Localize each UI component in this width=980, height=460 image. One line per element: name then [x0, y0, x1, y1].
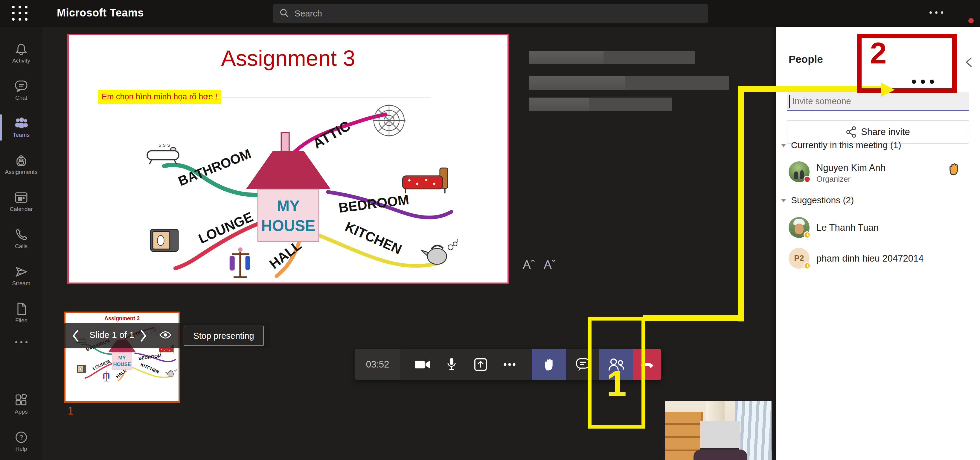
sidebar-item-activity[interactable]: Activity — [0, 35, 43, 72]
participant-row[interactable]: Le Thanh Tuan — [776, 217, 980, 244]
sidebar-item-label: Assignments — [5, 169, 38, 176]
collapse-section-icon — [781, 199, 786, 202]
calendar-icon — [15, 191, 28, 204]
sidebar-item-label: Teams — [13, 132, 30, 138]
camera-button[interactable] — [410, 349, 434, 380]
shared-slide: Assignment 3 Em chọn hình minh họa rõ hơ… — [67, 34, 509, 284]
presence-away-badge — [803, 262, 811, 269]
presence-busy-badge — [967, 17, 975, 24]
section-suggestions[interactable]: Suggestions (2) — [781, 195, 854, 205]
help-icon: ? — [15, 431, 28, 444]
participant-row[interactable]: Nguyen Kim Anh Organizer — [776, 161, 980, 189]
sidebar-item-label: Activity — [12, 58, 30, 64]
apps-icon — [15, 394, 28, 407]
chat-icon — [15, 80, 28, 93]
sidebar-more-icon[interactable] — [0, 332, 43, 353]
text-caret — [789, 95, 790, 109]
previous-slide-button[interactable] — [72, 329, 84, 342]
sidebar-item-label: Apps — [15, 409, 27, 415]
raised-hand-emoji — [948, 162, 960, 177]
notification-placeholder — [529, 51, 695, 64]
stop-presenting-button[interactable]: Stop presenting — [184, 326, 264, 346]
share-screen-icon — [474, 358, 487, 371]
participant-name: Nguyen Kim Anh — [816, 163, 886, 173]
sidebar-item-calls[interactable]: Calls — [0, 220, 43, 257]
participant-name: Le Thanh Tuan — [816, 222, 879, 233]
sidebar-item-teams[interactable]: Teams — [0, 109, 43, 146]
stream-icon — [15, 265, 28, 278]
private-view-icon[interactable] — [159, 331, 172, 340]
annotation-line-vertical — [738, 86, 744, 321]
raise-hand-button[interactable] — [532, 349, 566, 380]
annotation-line-bottom — [643, 315, 744, 321]
collapse-section-icon — [781, 144, 786, 147]
invite-someone-input[interactable] — [787, 92, 969, 111]
thumbnail-index: 1 — [68, 405, 73, 417]
share-screen-button[interactable] — [469, 349, 493, 380]
bell-icon — [15, 43, 28, 56]
presenter-toolbar: Slide 1 of 1 Stop presenting — [64, 323, 270, 348]
slide-nav-label: Slide 1 of 1 — [85, 330, 139, 340]
backpack-icon — [15, 154, 28, 167]
sidebar-item-label: Chat — [15, 94, 27, 101]
search-placeholder: Search — [294, 9, 322, 19]
file-icon — [15, 302, 28, 315]
sidebar-item-chat[interactable]: Chat — [0, 72, 43, 109]
sidebar-item-label: Calendar — [10, 206, 33, 212]
next-slide-button[interactable] — [139, 329, 151, 342]
microphone-button[interactable] — [440, 349, 463, 380]
sidebar-item-apps[interactable]: Apps — [0, 386, 43, 423]
control-group — [400, 349, 532, 380]
annotation-step2-box: 2 — [857, 34, 957, 93]
self-video-tile[interactable] — [665, 401, 772, 460]
more-options-icon[interactable] — [929, 11, 943, 14]
presence-away-badge — [803, 232, 811, 238]
app-sidebar: Activity Chat Teams Assignments Calendar… — [0, 27, 43, 460]
app-title: Microsoft Teams — [57, 6, 144, 19]
microphone-icon — [447, 358, 457, 371]
thumbnail-slide-title: Assignment 3 — [65, 315, 178, 322]
people-more-options-icon[interactable] — [912, 80, 934, 84]
meeting-stage: Assignment 3 Em chọn hình minh họa rõ hơ… — [43, 27, 776, 460]
comment-underline — [209, 97, 431, 97]
sidebar-item-calendar[interactable]: Calendar — [0, 183, 43, 220]
more-actions-icon — [503, 363, 516, 366]
section-header-label: Currently in this meeting (1) — [791, 140, 901, 150]
section-current-meeting[interactable]: Currently in this meeting (1) — [781, 140, 901, 150]
presence-busy-badge — [803, 176, 811, 183]
annotation-arrow — [881, 83, 895, 97]
section-header-label: Suggestions (2) — [791, 195, 854, 205]
notification-placeholder — [529, 76, 729, 90]
face-privacy-blur — [700, 421, 740, 448]
sidebar-item-files[interactable]: Files — [0, 294, 43, 332]
sidebar-item-label: Files — [15, 317, 27, 324]
participant-role: Organizer — [816, 174, 851, 184]
participant-name: pham dinh hieu 20472014 — [816, 253, 924, 264]
participant-torso — [694, 449, 747, 460]
raised-hand-icon — [543, 357, 555, 372]
share-invite-label: Share invite — [861, 126, 910, 137]
svg-text:?: ? — [19, 434, 23, 441]
sidebar-item-label: Calls — [15, 243, 27, 249]
font-increase-button[interactable]: Aˆ — [523, 258, 535, 272]
app-launcher-icon[interactable] — [12, 6, 29, 21]
font-decrease-button[interactable]: Aˇ — [544, 258, 556, 272]
app-top-bar: Microsoft Teams Search — [0, 0, 980, 27]
people-panel-title: People — [789, 53, 823, 65]
search-input[interactable]: Search — [273, 4, 708, 23]
teams-meeting-window: MY HOUSE s s s — [0, 0, 980, 460]
sidebar-item-label: Help — [15, 446, 27, 452]
participant-row[interactable]: P2 pham dinh hieu 20472014 — [776, 248, 980, 275]
camera-icon — [415, 359, 430, 370]
annotation-step2-label: 2 — [870, 36, 887, 70]
phone-icon — [15, 228, 28, 241]
teams-icon — [14, 117, 28, 130]
sidebar-item-help[interactable]: ? Help — [0, 423, 43, 460]
share-invite-icon — [846, 126, 856, 138]
collapse-panel-icon[interactable] — [964, 56, 974, 69]
sidebar-item-label: Stream — [12, 280, 30, 287]
mindmap-figure — [107, 99, 469, 280]
sidebar-item-assignments[interactable]: Assignments — [0, 146, 43, 183]
more-actions-button[interactable] — [498, 349, 522, 380]
sidebar-item-stream[interactable]: Stream — [0, 257, 43, 294]
